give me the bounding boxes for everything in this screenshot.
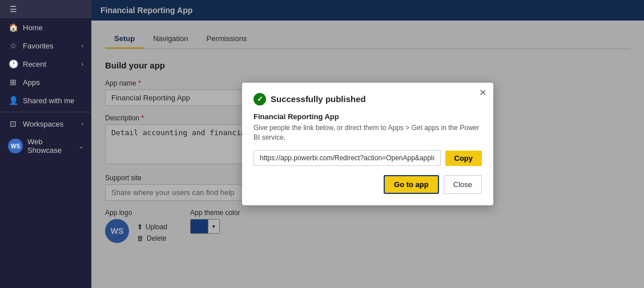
sidebar-item-label: Recent	[23, 60, 46, 68]
avatar: WS	[8, 139, 23, 153]
sidebar-hamburger-button[interactable]: ☰	[0, 0, 91, 18]
url-row: Copy	[253, 150, 482, 166]
sidebar-item-apps[interactable]: ⊞ Apps	[0, 73, 91, 91]
dialog-app-name: Financial Reporting App	[253, 112, 482, 121]
sidebar-item-label: Workspaces	[23, 120, 63, 128]
modal-overlay: ✓ Successfully published ✕ Financial Rep…	[91, 0, 644, 288]
sidebar-item-webshowcase[interactable]: WS Web Showcase ⌄	[0, 133, 91, 159]
sidebar-item-label: Apps	[23, 78, 40, 87]
app-url-input[interactable]	[253, 150, 441, 166]
success-dialog: ✓ Successfully published ✕ Financial Rep…	[242, 83, 493, 206]
dialog-close-button[interactable]: ✕	[479, 88, 486, 98]
dialog-actions: Go to app Close	[253, 175, 482, 194]
dialog-header: ✓ Successfully published	[242, 83, 493, 112]
sidebar-item-favorites[interactable]: ☆ Favorites ›	[0, 36, 91, 55]
sidebar: ☰ 🏠 Home ☆ Favorites › 🕐 Recent › ⊞ Apps…	[0, 0, 91, 288]
close-button[interactable]: Close	[444, 175, 482, 194]
sidebar-item-label: Shared with me	[23, 96, 74, 105]
shared-icon: 👤	[8, 96, 18, 105]
apps-icon: ⊞	[8, 78, 18, 87]
home-icon: 🏠	[8, 23, 18, 32]
chevron-right-icon: ›	[82, 43, 83, 49]
sidebar-item-home[interactable]: 🏠 Home	[0, 18, 91, 36]
chevron-right-icon: ›	[82, 121, 83, 127]
recent-icon: 🕐	[8, 59, 18, 68]
sidebar-item-workspaces[interactable]: ⊡ Workspaces ›	[0, 115, 91, 133]
success-check-icon: ✓	[253, 93, 266, 106]
favorites-icon: ☆	[8, 41, 18, 50]
dialog-description: Give people the link below, or direct th…	[253, 123, 482, 143]
sidebar-item-label: Favorites	[23, 42, 53, 50]
sidebar-item-shared[interactable]: 👤 Shared with me	[0, 91, 91, 109]
go-to-app-button[interactable]: Go to app	[384, 175, 439, 194]
copy-button[interactable]: Copy	[445, 151, 482, 166]
sidebar-item-label: Web Showcase	[27, 137, 74, 155]
workspaces-icon: ⊡	[8, 119, 18, 128]
sidebar-item-recent[interactable]: 🕐 Recent ›	[0, 55, 91, 73]
dialog-title: Successfully published	[271, 94, 366, 104]
dialog-body: Financial Reporting App Give people the …	[242, 112, 493, 206]
hamburger-icon: ☰	[8, 5, 18, 14]
chevron-down-icon: ⌄	[79, 143, 83, 149]
chevron-right-icon: ›	[82, 61, 83, 67]
main-content: Financial Reporting App Setup Navigation…	[91, 0, 644, 288]
sidebar-item-label: Home	[23, 23, 43, 32]
